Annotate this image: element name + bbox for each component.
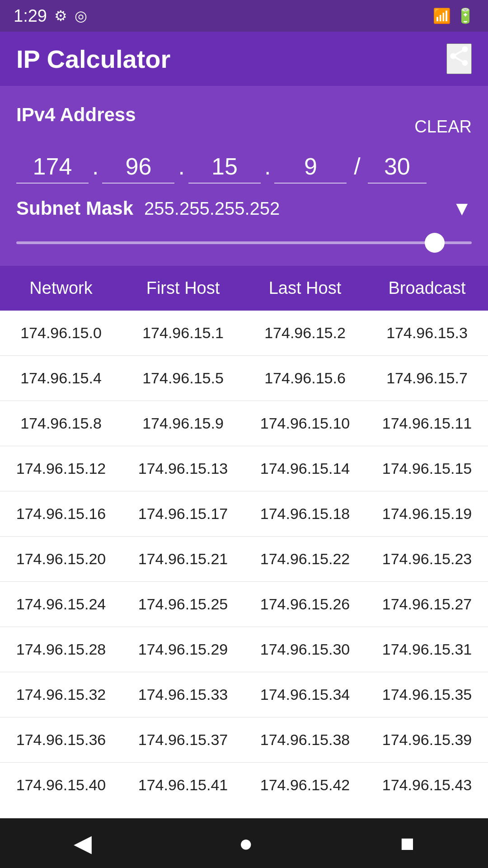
td-cell-8-2: 174.96.15.34 xyxy=(244,686,366,703)
td-cell-3-0: 174.96.15.12 xyxy=(0,460,122,477)
table-row: 174.96.15.12174.96.15.13174.96.15.14174.… xyxy=(0,446,488,491)
th-broadcast: Broadcast xyxy=(366,278,488,298)
td-cell-4-1: 174.96.15.17 xyxy=(122,505,244,523)
td-cell-0-3: 174.96.15.3 xyxy=(366,324,488,342)
th-last-host: Last Host xyxy=(244,278,366,298)
home-button[interactable]: ● xyxy=(239,830,253,857)
settings-icon: ⚙ xyxy=(54,7,67,24)
ip-octet-4[interactable] xyxy=(274,150,347,184)
td-cell-1-2: 174.96.15.6 xyxy=(244,369,366,387)
status-left: 1:29 ⚙ ◎ xyxy=(14,6,87,26)
td-cell-6-1: 174.96.15.25 xyxy=(122,595,244,613)
table-row: 174.96.15.16174.96.15.17174.96.15.18174.… xyxy=(0,491,488,537)
td-cell-10-2: 174.96.15.42 xyxy=(244,776,366,794)
nav-bar: ◀ ● ■ xyxy=(0,818,488,868)
th-network: Network xyxy=(0,278,122,298)
td-cell-1-1: 174.96.15.5 xyxy=(122,369,244,387)
td-cell-0-0: 174.96.15.0 xyxy=(0,324,122,342)
content-area: IPv4 Address CLEAR . . . / Subnet Mask 2… xyxy=(0,86,488,266)
td-cell-7-0: 174.96.15.28 xyxy=(0,641,122,658)
app-bar: IP Calculator xyxy=(0,32,488,86)
table-row: 174.96.15.40174.96.15.41174.96.15.42174.… xyxy=(0,763,488,807)
ipv4-label: IPv4 Address xyxy=(16,104,136,126)
td-cell-3-1: 174.96.15.13 xyxy=(122,460,244,477)
cidr-slash: / xyxy=(347,153,367,184)
td-cell-0-1: 174.96.15.1 xyxy=(122,324,244,342)
table-row: 174.96.15.20174.96.15.21174.96.15.22174.… xyxy=(0,537,488,582)
th-first-host: First Host xyxy=(122,278,244,298)
td-cell-8-3: 174.96.15.35 xyxy=(366,686,488,703)
ip-input-row: . . . / xyxy=(16,150,472,184)
ip-octet-2[interactable] xyxy=(102,150,174,184)
signal-icon: 📶 xyxy=(433,7,451,24)
td-cell-3-2: 174.96.15.14 xyxy=(244,460,366,477)
td-cell-0-2: 174.96.15.2 xyxy=(244,324,366,342)
cidr-slider[interactable] xyxy=(16,241,472,244)
table-header: Network First Host Last Host Broadcast xyxy=(0,266,488,311)
td-cell-2-1: 174.96.15.9 xyxy=(122,415,244,432)
td-cell-4-2: 174.96.15.18 xyxy=(244,505,366,523)
td-cell-7-3: 174.96.15.31 xyxy=(366,641,488,658)
td-cell-10-1: 174.96.15.41 xyxy=(122,776,244,794)
cidr-slider-container xyxy=(16,233,472,257)
td-cell-7-1: 174.96.15.29 xyxy=(122,641,244,658)
td-cell-5-1: 174.96.15.21 xyxy=(122,550,244,568)
td-cell-10-3: 174.96.15.43 xyxy=(366,776,488,794)
td-cell-9-2: 174.96.15.38 xyxy=(244,731,366,749)
table-row: 174.96.15.28174.96.15.29174.96.15.30174.… xyxy=(0,627,488,672)
subnet-value: 255.255.255.252 xyxy=(144,198,441,219)
td-cell-9-1: 174.96.15.37 xyxy=(122,731,244,749)
td-cell-2-0: 174.96.15.8 xyxy=(0,415,122,432)
td-cell-6-2: 174.96.15.26 xyxy=(244,595,366,613)
td-cell-2-3: 174.96.15.11 xyxy=(366,415,488,432)
table-row: 174.96.15.24174.96.15.25174.96.15.26174.… xyxy=(0,582,488,627)
td-cell-6-3: 174.96.15.27 xyxy=(366,595,488,613)
table-row: 174.96.15.32174.96.15.33174.96.15.34174.… xyxy=(0,672,488,717)
app-title: IP Calculator xyxy=(16,44,170,74)
back-button[interactable]: ◀ xyxy=(74,830,92,857)
table-row: 174.96.15.36174.96.15.37174.96.15.38174.… xyxy=(0,717,488,763)
ip-octet-3[interactable] xyxy=(188,150,261,184)
subnet-label: Subnet Mask xyxy=(16,198,133,219)
recent-button[interactable]: ■ xyxy=(400,830,414,857)
td-cell-8-1: 174.96.15.33 xyxy=(122,686,244,703)
clear-button[interactable]: CLEAR xyxy=(414,117,472,137)
share-button[interactable] xyxy=(446,43,472,74)
table-body: 174.96.15.0174.96.15.1174.96.15.2174.96.… xyxy=(0,311,488,807)
td-cell-5-0: 174.96.15.20 xyxy=(0,550,122,568)
subnet-row: Subnet Mask 255.255.255.252 ▼ xyxy=(16,197,472,220)
dot-sep-3: . xyxy=(261,153,274,184)
battery-icon: 🔋 xyxy=(456,7,474,24)
td-cell-9-0: 174.96.15.36 xyxy=(0,731,122,749)
td-cell-3-3: 174.96.15.15 xyxy=(366,460,488,477)
td-cell-5-3: 174.96.15.23 xyxy=(366,550,488,568)
subnet-dropdown-icon[interactable]: ▼ xyxy=(452,197,472,220)
td-cell-7-2: 174.96.15.30 xyxy=(244,641,366,658)
td-cell-9-3: 174.96.15.39 xyxy=(366,731,488,749)
ip-octet-1[interactable] xyxy=(16,150,89,184)
table-row: 174.96.15.8174.96.15.9174.96.15.10174.96… xyxy=(0,401,488,446)
dot-sep-2: . xyxy=(174,153,188,184)
notification-icon: ◎ xyxy=(75,7,87,24)
dot-sep-1: . xyxy=(89,153,102,184)
td-cell-4-0: 174.96.15.16 xyxy=(0,505,122,523)
td-cell-5-2: 174.96.15.22 xyxy=(244,550,366,568)
td-cell-10-0: 174.96.15.40 xyxy=(0,776,122,794)
td-cell-6-0: 174.96.15.24 xyxy=(0,595,122,613)
ipv4-label-row: IPv4 Address CLEAR xyxy=(16,104,472,137)
td-cell-1-0: 174.96.15.4 xyxy=(0,369,122,387)
status-bar: 1:29 ⚙ ◎ 📶 🔋 xyxy=(0,0,488,32)
td-cell-8-0: 174.96.15.32 xyxy=(0,686,122,703)
table-row: 174.96.15.4174.96.15.5174.96.15.6174.96.… xyxy=(0,356,488,401)
td-cell-2-2: 174.96.15.10 xyxy=(244,415,366,432)
status-time: 1:29 xyxy=(14,6,47,26)
td-cell-1-3: 174.96.15.7 xyxy=(366,369,488,387)
td-cell-4-3: 174.96.15.19 xyxy=(366,505,488,523)
status-right: 📶 🔋 xyxy=(433,7,474,24)
cidr-input[interactable] xyxy=(368,150,427,184)
table-row: 174.96.15.0174.96.15.1174.96.15.2174.96.… xyxy=(0,311,488,356)
